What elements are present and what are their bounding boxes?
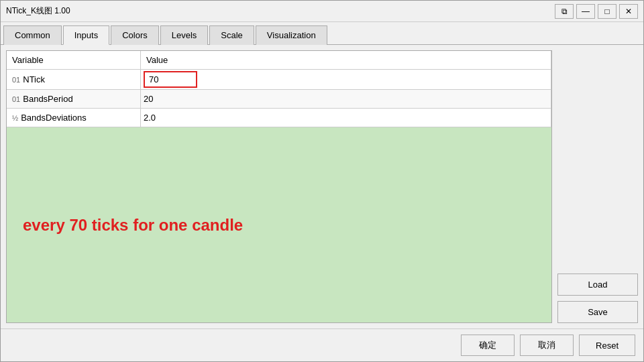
tab-scale[interactable]: Scale (209, 25, 254, 45)
table-header: Variable Value (7, 51, 551, 70)
variable-name-ntick: NTick (23, 74, 45, 84)
variable-cell-ntick: 01 NTick (7, 70, 141, 89)
maximize-button[interactable]: □ (598, 4, 616, 19)
variable-cell-bandsdev: ½ BandsDeviations (7, 109, 141, 127)
side-panel: Load Save (557, 50, 638, 323)
cancel-button[interactable]: 取消 (520, 335, 574, 356)
restore-button[interactable]: ⧉ (555, 4, 574, 19)
table-row: 01 NTick 70 (7, 70, 551, 90)
title-controls: ⧉ — □ ✕ (555, 4, 638, 19)
candle-description: every 70 ticks for one candle (23, 216, 243, 235)
minimize-button[interactable]: — (576, 4, 595, 19)
header-variable: Variable (7, 51, 141, 69)
tab-levels[interactable]: Levels (160, 25, 209, 45)
row-num-half: ½ (12, 114, 18, 122)
load-button[interactable]: Load (557, 274, 638, 296)
main-panel: Variable Value 01 NTick 70 01 BandsPerio… (6, 50, 552, 323)
save-button[interactable]: Save (557, 301, 638, 323)
tab-common[interactable]: Common (3, 25, 62, 45)
tab-inputs[interactable]: Inputs (63, 25, 109, 45)
variable-name-bandsdev: BandsDeviations (21, 113, 87, 123)
bandsperiod-value: 20 (144, 94, 153, 104)
tab-visualization[interactable]: Visualization (256, 25, 327, 45)
window-title: NTick_K线图 1.00 (6, 5, 70, 17)
header-value: Value (141, 51, 551, 69)
tab-colors[interactable]: Colors (111, 25, 159, 45)
table-row: 01 BandsPeriod 20 (7, 90, 551, 109)
close-button[interactable]: ✕ (619, 4, 638, 19)
value-cell-ntick: 70 (141, 70, 551, 89)
bandsdev-value: 2.0 (144, 113, 156, 123)
value-cell-bandsperiod: 20 (141, 90, 551, 108)
confirm-button[interactable]: 确定 (461, 335, 515, 356)
variable-cell-bandsperiod: 01 BandsPeriod (7, 90, 141, 108)
bottom-bar: 确定 取消 Reset (1, 328, 643, 361)
ntick-value-input[interactable]: 70 (144, 71, 197, 88)
tab-bar: Common Inputs Colors Levels Scale Visual… (1, 22, 643, 45)
row-num-01b: 01 (12, 95, 20, 103)
content-area: Variable Value 01 NTick 70 01 BandsPerio… (1, 45, 643, 328)
row-num-01: 01 (12, 76, 20, 84)
title-bar: NTick_K线图 1.00 ⧉ — □ ✕ (1, 1, 643, 22)
table-row: ½ BandsDeviations 2.0 (7, 109, 551, 127)
variable-name-bandsperiod: BandsPeriod (23, 94, 72, 104)
green-description-area: every 70 ticks for one candle (7, 127, 551, 322)
value-cell-bandsdev: 2.0 (141, 109, 551, 127)
main-window: NTick_K线图 1.00 ⧉ — □ ✕ Common Inputs Col… (0, 0, 644, 362)
reset-button[interactable]: Reset (579, 335, 635, 356)
